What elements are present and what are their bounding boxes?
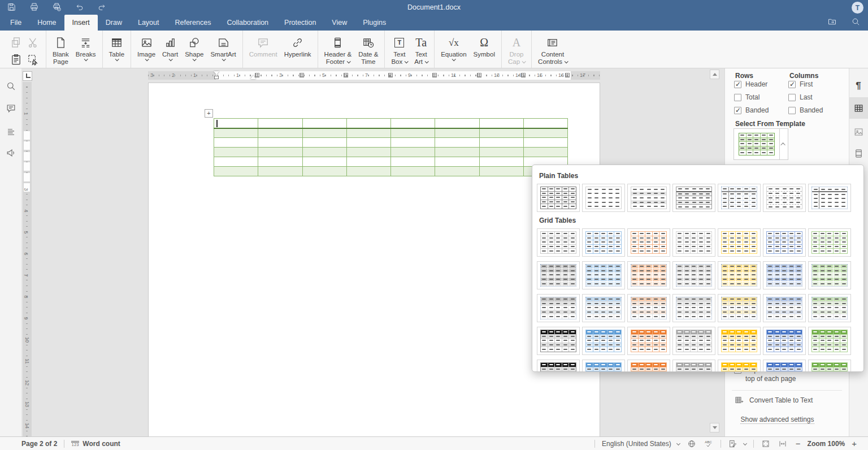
table-style-thumbnail[interactable] xyxy=(537,294,580,322)
table-style-thumbnail[interactable] xyxy=(808,360,851,372)
table-cell[interactable] xyxy=(346,119,390,128)
header-footer-button[interactable]: Header &Footer xyxy=(321,33,355,67)
paragraph-settings-icon[interactable]: ¶ xyxy=(849,75,868,97)
zoom-level[interactable]: Zoom 100% xyxy=(808,440,845,448)
table-cell[interactable] xyxy=(346,148,390,157)
comment-button[interactable]: Comment xyxy=(246,33,281,59)
feedback-icon[interactable] xyxy=(0,143,21,162)
ruler-tab-selector[interactable] xyxy=(23,71,32,81)
quick-print-icon[interactable] xyxy=(52,2,62,12)
table-style-thumbnail[interactable] xyxy=(537,228,580,257)
shape-button[interactable]: Shape xyxy=(181,33,207,62)
table-style-thumbnail[interactable] xyxy=(537,327,580,355)
table-cell[interactable] xyxy=(479,138,523,148)
table-cell[interactable] xyxy=(258,157,302,167)
chart-button[interactable]: Chart xyxy=(159,33,181,62)
search-icon[interactable] xyxy=(851,17,861,27)
table-cell[interactable] xyxy=(346,167,390,176)
table-style-thumbnail[interactable] xyxy=(537,261,580,289)
table-style-thumbnail[interactable] xyxy=(763,294,806,322)
table-style-thumbnail[interactable] xyxy=(582,228,625,257)
table-button[interactable]: Table xyxy=(106,33,128,62)
page-indicator[interactable]: Page 2 of 2 xyxy=(21,440,57,448)
table-cell[interactable] xyxy=(346,157,390,167)
user-avatar[interactable]: T xyxy=(852,2,863,14)
table-cell[interactable] xyxy=(479,157,523,167)
table-cell[interactable] xyxy=(435,138,479,148)
blank-page-button[interactable]: BlankPage xyxy=(49,33,72,67)
fit-width-icon[interactable] xyxy=(778,439,788,449)
table-style-thumbnail[interactable] xyxy=(672,228,715,257)
table-column-marker[interactable] xyxy=(344,73,348,77)
table-style-thumbnail[interactable] xyxy=(763,228,806,257)
table-cell[interactable] xyxy=(435,148,479,157)
table-cell[interactable] xyxy=(523,138,567,148)
headerfooter-settings-icon[interactable] xyxy=(849,142,868,164)
table-style-thumbnail[interactable] xyxy=(808,327,851,355)
drop-cap-button[interactable]: ADropCap xyxy=(505,33,528,67)
table-move-handle-icon[interactable]: + xyxy=(205,109,213,118)
table-cell[interactable] xyxy=(391,119,435,128)
table-style-thumbnail[interactable] xyxy=(627,261,670,289)
total-row-checkbox[interactable]: Total xyxy=(734,93,760,101)
table-cell[interactable] xyxy=(258,148,302,157)
table-cell[interactable] xyxy=(302,128,346,138)
vertical-ruler[interactable]: 134567891011121314 xyxy=(23,82,32,436)
undo-icon[interactable] xyxy=(75,2,85,12)
table-cell[interactable] xyxy=(214,157,258,167)
tab-home[interactable]: Home xyxy=(29,15,64,31)
date-time-button[interactable]: Date &Time xyxy=(355,33,381,67)
table-cell[interactable] xyxy=(258,119,302,128)
first-column-checkbox[interactable]: First xyxy=(788,80,813,88)
table-column-marker[interactable] xyxy=(565,73,570,77)
table-cell[interactable] xyxy=(258,167,302,176)
table-style-thumbnail[interactable] xyxy=(672,261,715,289)
table-style-thumbnail[interactable] xyxy=(627,294,670,322)
template-gallery-expand-button[interactable] xyxy=(780,128,788,160)
table-cell[interactable] xyxy=(258,128,302,138)
table-style-thumbnail[interactable] xyxy=(537,360,580,372)
zoom-out-button[interactable]: − xyxy=(792,439,804,448)
table-style-thumbnail[interactable] xyxy=(672,360,715,372)
table-style-thumbnail[interactable] xyxy=(763,327,806,355)
table-cell[interactable] xyxy=(346,128,390,138)
table-style-thumbnail[interactable] xyxy=(627,184,670,212)
table-column-marker[interactable] xyxy=(388,73,393,77)
table-cell[interactable] xyxy=(479,119,523,128)
table-style-thumbnail[interactable] xyxy=(718,327,761,355)
table-cell[interactable] xyxy=(479,148,523,157)
table-cell[interactable] xyxy=(523,148,567,157)
table-style-thumbnail[interactable] xyxy=(808,294,851,322)
table-style-thumbnail[interactable] xyxy=(582,261,625,289)
text-box-button[interactable]: TTextBox xyxy=(388,33,411,67)
tab-references[interactable]: References xyxy=(167,15,219,31)
navigation-icon[interactable] xyxy=(0,122,21,141)
symbol-button[interactable]: ΩSymbol xyxy=(470,33,498,59)
table-cell[interactable] xyxy=(479,167,523,176)
indent-marker[interactable] xyxy=(214,71,219,75)
current-template-preview[interactable] xyxy=(734,128,780,160)
table-style-thumbnail[interactable] xyxy=(627,360,670,372)
set-language-globe-icon[interactable] xyxy=(687,439,697,449)
table-style-thumbnail[interactable] xyxy=(763,261,806,289)
table-cell[interactable] xyxy=(391,138,435,148)
text-art-button[interactable]: TaTextArt xyxy=(411,33,431,67)
table-column-marker[interactable] xyxy=(477,73,481,77)
table-cell[interactable] xyxy=(391,148,435,157)
table-cell[interactable] xyxy=(435,128,479,138)
image-button[interactable]: Image xyxy=(134,33,159,62)
tab-protection[interactable]: Protection xyxy=(276,15,324,31)
comments-icon[interactable] xyxy=(0,98,21,118)
table-cell[interactable] xyxy=(391,128,435,138)
table-cell[interactable] xyxy=(479,128,523,138)
inserted-table[interactable] xyxy=(214,118,568,176)
left-indent-marker[interactable] xyxy=(214,76,219,79)
table-style-thumbnail[interactable] xyxy=(627,228,670,257)
table-cell[interactable] xyxy=(523,128,567,138)
banded-columns-checkbox[interactable]: Banded xyxy=(788,106,823,114)
table-cell[interactable] xyxy=(302,138,346,148)
table-cell[interactable] xyxy=(214,128,258,138)
content-controls-button[interactable]: ContentControls xyxy=(535,33,571,67)
last-column-checkbox[interactable]: Last xyxy=(788,93,813,101)
table-column-marker[interactable] xyxy=(255,73,259,77)
